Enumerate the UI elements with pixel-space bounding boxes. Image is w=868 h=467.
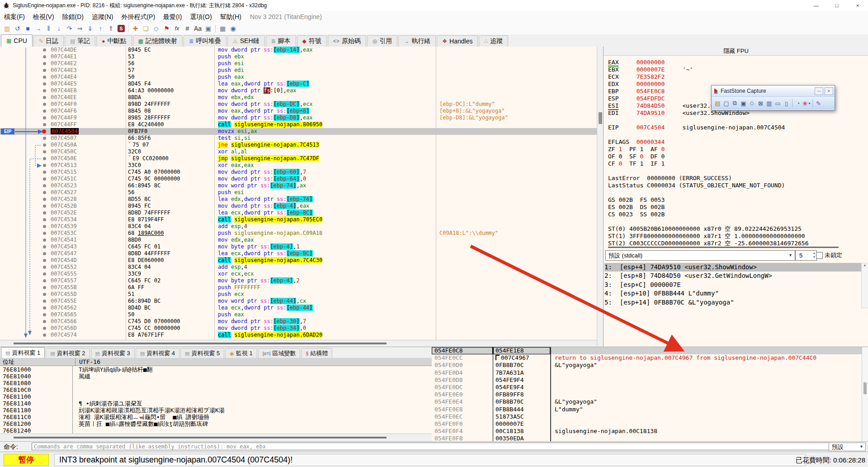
register-line[interactable]: LastError 00000000 (ERROR_SUCCESS) [608,175,862,182]
argument-row[interactable]: 4: [esp+10] 0FB8B444 L"dummy" [604,289,862,298]
disasm-row[interactable]: 007C456DC745 CC 00000000mov dword ptr ss… [0,325,603,332]
register-line[interactable]: ES 002B DS 002B [608,204,862,211]
instruction-dot-icon[interactable] [43,150,46,153]
stack-panel[interactable]: 054FE0C8054FE1E8054FE0CC007C4967return t… [432,347,868,442]
instruction-dot-icon[interactable] [43,245,46,248]
bookmark-icon[interactable]: ⚑ [162,24,171,33]
tab-script[interactable]: ≣腳本 [266,35,296,47]
disasm-row[interactable]: 007C44E58D45 F4lea eax,dword ptr ss:[ebp… [0,81,603,87]
register-line[interactable]: OF 0 SF 0 DF 0 [608,153,862,160]
disasm-row[interactable]: 007C452756push esi [0,189,603,196]
stack-row[interactable]: 054FE0D00FB8B70C&L"yogayoga" [432,362,868,369]
instruction-dot-icon[interactable] [43,76,46,79]
argument-row[interactable]: 5: [esp+14] 0FB8B70C &L"yogayoga" [604,298,862,307]
dump-row[interactable]: 76E81180刓湯K湯㴶相䚋湯㵋相忢亙㵋相⼿湯K湯㳺相㴶相ヺ湯K湯 [0,407,432,414]
disasm-row[interactable]: 007C455E66:894D BCmov word ptr ss:[ebp-4… [0,298,603,305]
tab-dump-2[interactable]: ▤資料視窗 2 [46,348,90,358]
registers-splitter[interactable] [608,247,839,248]
register-line[interactable]: CF 0 TF 1 IF 1 [608,160,862,167]
register-line[interactable] [608,117,862,124]
instruction-dot-icon[interactable] [43,320,46,323]
dump-row[interactable]: 76E811C0㴶相 湯K湯㷬相㴶相ㅡㆊ⻱閃∙留 ■縜 譜㔇塴偫 [0,414,432,420]
capture-window-icon[interactable]: ▢ [722,98,731,108]
disasm-row[interactable]: 007C454DE8 DE060000call siglusengine-noj… [0,257,603,264]
disasm-row[interactable]: 007C4515C745 A0 07000000mov dword ptr ss… [0,169,603,176]
dump-address-column-header[interactable]: 位址 [0,358,75,366]
close-button[interactable]: × [847,0,868,11]
argument-count-stepper[interactable]: 5 ▲▼ [795,250,817,261]
instruction-dot-icon[interactable] [43,293,46,296]
tab-locals[interactable]: |x=|區域變數 [258,348,301,358]
command-input[interactable] [32,443,833,450]
string-search-icon[interactable]: Aa [193,24,203,33]
tab-threads[interactable]: →執行緒 [398,35,436,47]
instruction-dot-icon[interactable] [43,103,46,106]
instruction-dot-icon[interactable] [43,252,46,255]
instruction-dot-icon[interactable] [43,300,46,303]
comment-icon[interactable]: ❏ [141,24,151,33]
pause-icon[interactable]: ‖ [44,24,53,33]
minimize-button[interactable]: — [806,0,826,11]
disasm-row[interactable]: 007C4566C745 D0 07000000mov dword ptr ss… [0,318,603,325]
disasm-row[interactable]: 007C455D51push ecx [0,291,603,298]
dump-encoding-column-header[interactable]: UTF-16 [75,358,100,366]
register-line[interactable] [608,167,862,175]
tab-dump-3[interactable]: ▤資料視窗 3 [91,348,135,358]
instruction-dot-icon[interactable] [43,191,46,194]
menu-item[interactable]: 檢視(V) [29,13,58,20]
disasm-row[interactable]: 007C44F0898D 24FFFFFFmov dword ptr ss:[e… [0,101,603,108]
register-line[interactable]: EDI 74DA9510 <user32.ShowWindow> [608,110,862,117]
menu-item[interactable]: 檔案(F) [0,13,29,20]
menu-item[interactable]: 選項(O) [186,13,216,20]
calculator-icon[interactable]: ▦ [218,24,227,33]
disasm-row[interactable]: 007C44FFE8 4C240400call siglusengine-noj… [0,121,603,128]
menu-item[interactable]: 幫助(H) [216,13,245,20]
instruction-dot-icon[interactable] [43,218,46,221]
tab-trace[interactable]: ∴追蹤 [479,35,508,47]
capture-fixed-icon[interactable]: ▭ [774,98,782,108]
instruction-dot-icon[interactable] [43,327,46,330]
instruction-dot-icon[interactable] [43,313,46,316]
calling-convention-select[interactable]: 預設 (stdcall) ▼ [605,250,795,261]
tab-symbols[interactable]: ◆符號 [297,35,327,47]
tab-log[interactable]: ✎日誌 [33,35,64,47]
run-to-user-code-icon[interactable]: ⇑ [106,24,116,33]
disasm-row[interactable]: 007C45288D55 8Clea edx,dword ptr ss:[ebp… [0,196,603,203]
execute-till-return-icon[interactable]: ⇒ [75,24,85,33]
register-line[interactable]: ST(0) 4005B20B610000000000 x87r0 空 89.02… [608,225,862,233]
step-out-icon[interactable]: ↑ [96,24,105,33]
tab-dump-4[interactable]: ▤資料視窗 4 [136,348,179,358]
instruction-dot-icon[interactable] [43,164,46,167]
instruction-dot-icon[interactable] [43,110,46,113]
argument-row[interactable]: 2: [esp+8] 74D84D50 <user32.GetWindowLon… [604,272,862,280]
faststone-title-bar[interactable]: FastStone Capture — × [712,86,835,97]
faststone-minimize-button[interactable]: — [815,87,823,95]
menu-item[interactable]: 追蹤(N) [88,13,117,20]
capture-rectangle-icon[interactable]: ▣ [739,98,748,108]
register-line[interactable] [608,218,862,225]
disasm-row[interactable]: 007C455533C9xor ecx,ecx [0,271,603,277]
run-icon[interactable]: → [33,24,43,33]
step-over-icon[interactable]: ↷ [65,24,74,33]
disasm-row[interactable]: 007C453C68 189AC000push siglusengine-noj… [0,230,603,237]
stack-scrollbar[interactable] [862,347,868,441]
stack-row[interactable]: 054FE0D47B7A631A [432,369,868,376]
tab-call-stack[interactable]: ≣呼叫堆疊 [184,35,226,47]
screen-recorder-icon[interactable]: ▯ [782,98,791,108]
tab-seh[interactable]: ⚠SEH鏈 [227,35,265,47]
dump-panel[interactable]: 位址 UTF-16 76E81000T縜埤縜Y縜q縜ͱ縜@拮杆■翻76E8104… [0,358,433,441]
maximize-button[interactable]: □ [826,0,847,11]
tab-notes[interactable]: ▤筆記 [65,35,95,47]
disasm-row[interactable]: 007C44E256push esi [0,60,603,67]
dump-row[interactable]: 76E81100 [0,393,432,400]
open-file-icon[interactable]: ▥ [2,24,12,33]
dump-row[interactable]: 76E81200英苗ㅣ抂 ■縜∴露㭫醬璧藏數■縜汝ṯ胡箶別㔲瓨碑 [0,420,432,427]
disasm-row[interactable]: 007C451333C0xor eax,eax [0,162,603,169]
instruction-dot-icon[interactable] [43,232,46,235]
hide-fpu-button[interactable]: 隱藏 FPU [604,47,868,56]
register-line[interactable]: GS 002B FS 0053 [608,196,862,204]
disasm-row[interactable]: 007C455B6A FFpush FFFFFFFF [0,284,603,291]
instruction-dot-icon[interactable] [43,82,46,86]
disasm-row[interactable]: 007C455283C4 04add esp,4 [0,264,603,271]
disasm-row[interactable]: 007C45040FB7F0movzx esi,ax [0,128,603,135]
